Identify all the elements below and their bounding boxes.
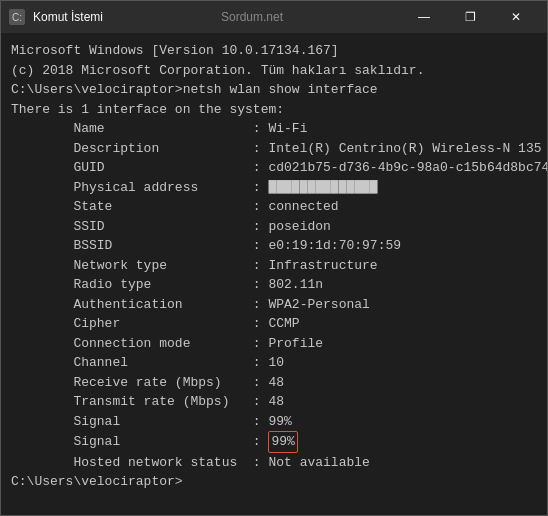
terminal-line: Hosted network status : Not available (11, 453, 537, 473)
titlebar: C: Komut İstemi Sordum.net — ❐ ✕ (1, 1, 547, 33)
terminal-line: Radio type : 802.11n (11, 275, 537, 295)
terminal-line: Physical address : ██████████████ (11, 178, 537, 198)
terminal-line: SSID : poseidon (11, 217, 537, 237)
terminal-line: GUID : cd021b75-d736-4b9c-98a0-c15b64d8b… (11, 158, 537, 178)
terminal-line: Cipher : CCMP (11, 314, 537, 334)
maximize-button[interactable]: ❐ (447, 1, 493, 33)
titlebar-left: C: Komut İstemi (9, 9, 103, 25)
terminal-line: Signal : 99% (11, 412, 537, 432)
terminal-line: Receive rate (Mbps) : 48 (11, 373, 537, 393)
terminal-line: C:\Users\velociraptor> (11, 472, 537, 492)
terminal-line: Description : Intel(R) Centrino(R) Wirel… (11, 139, 537, 159)
terminal-line: Connection mode : Profile (11, 334, 537, 354)
minimize-button[interactable]: — (401, 1, 447, 33)
terminal-line: There is 1 interface on the system: (11, 100, 537, 120)
terminal-line: Signal : 99% (11, 431, 537, 453)
cmd-icon: C: (9, 9, 25, 25)
terminal-line: Microsoft Windows [Version 10.0.17134.16… (11, 41, 537, 61)
terminal-line: State : connected (11, 197, 537, 217)
terminal-line: Network type : Infrastructure (11, 256, 537, 276)
terminal-line: Transmit rate (Mbps) : 48 (11, 392, 537, 412)
window-title: Komut İstemi (33, 10, 103, 24)
terminal-line: (c) 2018 Microsoft Corporation. Tüm hakl… (11, 61, 537, 81)
terminal-line: Authentication : WPA2-Personal (11, 295, 537, 315)
terminal-line: Channel : 10 (11, 353, 537, 373)
terminal-line: C:\Users\velociraptor>netsh wlan show in… (11, 80, 537, 100)
signal-value: 99% (268, 431, 297, 453)
window-controls: — ❐ ✕ (401, 1, 539, 33)
terminal-line: Name : Wi-Fi (11, 119, 537, 139)
watermark-text: Sordum.net (103, 10, 401, 24)
terminal-content[interactable]: Microsoft Windows [Version 10.0.17134.16… (1, 33, 547, 515)
cmd-window: C: Komut İstemi Sordum.net — ❐ ✕ Microso… (0, 0, 548, 516)
close-button[interactable]: ✕ (493, 1, 539, 33)
terminal-line: BSSID : e0:19:1d:70:97:59 (11, 236, 537, 256)
